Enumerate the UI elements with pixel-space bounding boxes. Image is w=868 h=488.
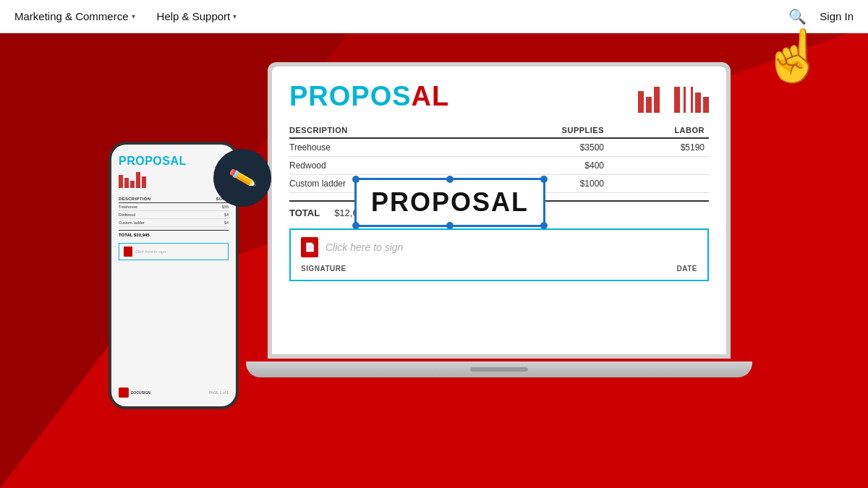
proposal-stamp-text: PROPOSAL (371, 187, 529, 217)
phone-table-row: Redwood $4 (119, 211, 229, 219)
table-row: Treehouse $3500 $5190 (289, 138, 709, 157)
help-label: Help & Support (157, 10, 231, 22)
phone-sign-row: Click here to sign (124, 247, 224, 257)
date-label: DATE (677, 265, 697, 273)
marketing-label: Marketing & Commerce (14, 10, 129, 22)
phone-logo-lines (119, 172, 229, 188)
phone-brand-icon (119, 388, 129, 398)
logo-bar-8 (703, 97, 709, 113)
phone-logo-bar-4 (136, 172, 140, 188)
phone-table-row: Custom ladder $4 (119, 219, 229, 227)
nav-left: Marketing & Commerce ▾ Help & Support ▾ (14, 10, 237, 22)
stamp-dot-bl (352, 222, 359, 229)
table-row: Redwood $400 (289, 157, 709, 175)
row-name: Redwood (289, 157, 472, 175)
logo-bar-6 (691, 87, 693, 113)
sign-in-button[interactable]: Sign In (820, 10, 854, 22)
stamp-dot-tc (446, 176, 454, 183)
phone-sign-placeholder: Click here to sign (135, 249, 166, 254)
phone-row-supplies: $4 (197, 211, 229, 219)
row-name: Treehouse (289, 138, 472, 157)
hero-section: PROPOSAL DESCRIPTION SUPP (0, 33, 868, 488)
signature-label: SIGNATURE (301, 265, 346, 273)
logo-line-group (638, 87, 709, 113)
phone-row-supplies: $35 (197, 203, 229, 211)
doc-title-part1: PROPOS (289, 81, 412, 111)
nav-right: 🔍 Sign In (788, 8, 854, 25)
nav-item-marketing[interactable]: Marketing & Commerce ▾ (14, 10, 135, 22)
phone-logo-bar-5 (142, 176, 146, 188)
row-supplies: $400 (472, 157, 608, 175)
cursor-pointer: ☝️ (762, 30, 825, 81)
proposal-stamp: PROPOSAL (354, 178, 545, 227)
sign-icon: 📄 (301, 237, 318, 257)
phone-page-num: PAGE 1 of 1 (209, 390, 229, 395)
phone-row-name: Treehouse (119, 203, 197, 211)
phone-row-name: Custom ladder (119, 219, 197, 227)
col-supplies: SUPPLIES (472, 123, 608, 138)
logo-bar-5 (684, 87, 686, 113)
phone-logo-bar-1 (119, 175, 123, 188)
phone-logo-bar-3 (130, 181, 135, 188)
row-labor: $5190 (608, 138, 709, 157)
logo-bar-1 (638, 91, 644, 113)
stamp-dot-tr (540, 176, 548, 183)
col-labor: LABOR (608, 123, 709, 138)
navbar: Marketing & Commerce ▾ Help & Support ▾ … (0, 0, 868, 33)
laptop-mockup: PROPOSAL (246, 62, 738, 424)
nav-item-help[interactable]: Help & Support ▾ (157, 10, 237, 22)
row-supplies: $3500 (472, 138, 608, 157)
search-icon[interactable]: 🔍 (788, 8, 807, 25)
logo-bar-3 (654, 87, 660, 113)
logo-bar-4 (674, 87, 680, 113)
phone-table-row: Treehouse $35 (119, 203, 229, 211)
stamp-dot-tl (352, 176, 359, 183)
col-description: DESCRIPTION (289, 123, 472, 138)
doc-title: PROPOSAL (289, 81, 449, 112)
pencil-icon: ✏️ (227, 163, 258, 193)
doc-header: PROPOSAL (289, 81, 709, 113)
doc-sign-row: 📄 Click here to sign (301, 237, 697, 257)
logo-bar-7 (695, 93, 701, 113)
stamp-dot-bc (446, 222, 454, 229)
doc-sign-labels: SIGNATURE DATE (301, 265, 697, 273)
doc-title-part2: AL (412, 81, 450, 111)
phone-logo-bar-2 (124, 178, 129, 188)
phone-col-desc: DESCRIPTION (119, 195, 197, 203)
phone-table: DESCRIPTION SUPP Treehouse $35 Redwood $… (119, 195, 229, 227)
sign-placeholder[interactable]: Click here to sign (326, 241, 403, 253)
doc-total-label: TOTAL (289, 207, 320, 218)
phone-footer: DOCUSIGN PAGE 1 of 1 (119, 388, 229, 398)
phone-total-value: $10,945 (134, 233, 150, 237)
phone-total-label: TOTAL (119, 233, 132, 237)
phone-sign-area: Click here to sign (119, 243, 229, 260)
chevron-down-icon: ▾ (233, 12, 237, 20)
row-labor (608, 175, 709, 193)
phone-brand-text: DOCUSIGN (131, 390, 150, 395)
phone-row-name: Redwood (119, 211, 197, 219)
phone-sign-icon (124, 247, 132, 257)
chevron-down-icon: ▾ (132, 12, 135, 20)
laptop-base (246, 361, 752, 377)
phone-row-supplies: $4 (197, 219, 229, 227)
phone-brand: DOCUSIGN (119, 388, 150, 398)
row-labor (608, 157, 709, 175)
phone-total: TOTAL $10,945 (119, 230, 229, 237)
logo-bar-2 (646, 97, 652, 113)
phone-doc-title: PROPOSAL (119, 155, 229, 168)
doc-sign-area[interactable]: 📄 Click here to sign SIGNATURE DATE (289, 228, 709, 281)
stamp-dot-br (540, 222, 548, 229)
pencil-circle: ✏️ (213, 149, 271, 207)
doc-logo-lines (638, 87, 709, 113)
